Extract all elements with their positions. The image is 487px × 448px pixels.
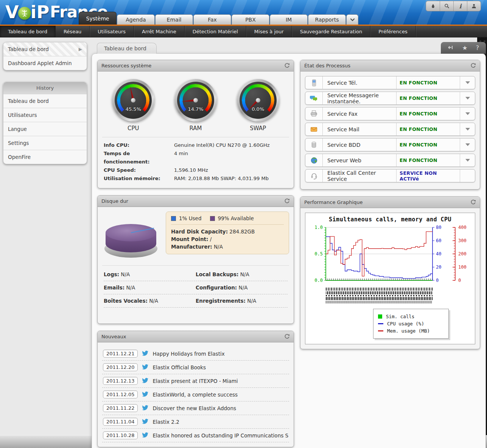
news-link[interactable]: Elastix 2.2 xyxy=(152,419,179,425)
tab-agenda[interactable]: Agenda xyxy=(117,14,155,25)
tab-rapports[interactable]: Rapports xyxy=(308,14,346,25)
news-link[interactable]: ElastixWorld, a complete success xyxy=(152,392,238,398)
svg-text:1.0: 1.0 xyxy=(314,225,323,230)
refresh-icon[interactable] xyxy=(284,198,290,204)
sidebar-item-dashboard-applet-admin[interactable]: Dashboard Applet Admin xyxy=(3,56,87,70)
news-link[interactable]: Elastix present at ITEXPO - Miami xyxy=(152,378,238,384)
svg-text:20: 20 xyxy=(436,264,441,270)
search-icon[interactable] xyxy=(440,1,453,11)
gauge-label: CPU xyxy=(112,125,154,132)
news-link[interactable]: Discover the new Elastix Addons xyxy=(152,405,236,411)
content-tab-tableau-de-bord[interactable]: Tableau de bord xyxy=(97,43,157,54)
service-dropdown-arrow[interactable] xyxy=(460,107,475,120)
svg-text:300: 300 xyxy=(458,238,467,243)
mail-icon xyxy=(305,123,323,135)
user-icon[interactable] xyxy=(467,1,481,11)
news-list: 2011.12.21Happy Holidays from Elastix201… xyxy=(98,342,294,447)
cpu-usage-swatch xyxy=(378,323,383,324)
info-row: Temps de fonctionnement:4 min xyxy=(104,149,288,166)
twitter-bird-icon[interactable] xyxy=(142,405,149,411)
info-icon[interactable]: i xyxy=(453,1,467,11)
news-link[interactable]: Happy Holidays from Elastix xyxy=(152,351,224,357)
fax-icon xyxy=(305,107,323,120)
help-icon[interactable]: ? xyxy=(476,45,479,51)
news-item: 2011.12.20Elastix Official Books xyxy=(102,361,289,374)
tab-email[interactable]: Email xyxy=(155,14,193,25)
news-link[interactable]: Elastix Official Books xyxy=(152,364,206,370)
subnav-utilisateurs[interactable]: Utilisateurs xyxy=(90,26,134,37)
subnav-tableau-de-bord[interactable]: Tableau de bord xyxy=(0,26,56,37)
refresh-icon[interactable] xyxy=(470,199,476,205)
process-row: Service FaxEN FONCTION xyxy=(305,107,475,120)
service-status: EN FONCTION xyxy=(396,76,460,89)
info-row: Utilisation mémoire:RAM: 2,018.88 Mb SWA… xyxy=(104,174,288,183)
star-icon[interactable]: ★ xyxy=(462,45,467,51)
subnav-preferences[interactable]: Préférences xyxy=(370,26,415,37)
tab-im[interactable]: IM xyxy=(270,14,308,25)
history-item-langue[interactable]: Langue xyxy=(3,122,87,136)
dashboard: Ressources système xyxy=(92,53,486,448)
service-dropdown-arrow[interactable] xyxy=(460,154,475,166)
service-name: Elastix Call Center Service xyxy=(323,170,396,182)
news-item: 2011.11.22Discover the new Elastix Addon… xyxy=(102,401,289,415)
tab-pbx[interactable]: PBX xyxy=(232,14,269,25)
service-status: SERVICE NON ACTIVé xyxy=(396,170,460,182)
collapse-icon[interactable] xyxy=(448,45,454,51)
news-date: 2011.11.04 xyxy=(103,418,138,426)
subnav-arret-machine[interactable]: Arrêt Machine xyxy=(134,26,185,37)
refresh-icon[interactable] xyxy=(470,63,476,68)
history-item-utilisateurs[interactable]: Utilisateurs xyxy=(3,108,87,122)
droplet-icon[interactable] xyxy=(426,1,440,11)
gauge-label: RAM xyxy=(174,125,217,132)
mem-usage-swatch xyxy=(378,330,383,331)
process-row: Service Tél.EN FONCTION xyxy=(305,76,475,89)
quick-icon-bar: i xyxy=(426,1,481,11)
panel-title: Performance Graphique xyxy=(304,199,363,205)
news-link[interactable]: Elastix honored as Outstanding IP Commun… xyxy=(152,432,288,439)
news-date: 2011.12.21 xyxy=(103,350,138,358)
twitter-bird-icon[interactable] xyxy=(142,378,149,384)
history-item-settings[interactable]: Settings xyxy=(3,136,87,150)
history-item-openfire[interactable]: OpenFire xyxy=(3,150,87,164)
refresh-icon[interactable] xyxy=(284,63,290,68)
subnav-reseau[interactable]: Réseau xyxy=(56,26,90,37)
disk-stats: Logs: N/A Local Backups: N/A Emails: N/A… xyxy=(102,266,289,319)
subnav-detection-materiel[interactable]: Détection Matériel xyxy=(185,26,246,37)
twitter-bird-icon[interactable] xyxy=(142,391,149,398)
process-row: Service BDDEN FONCTION xyxy=(305,138,475,151)
tab-systeme[interactable]: Système xyxy=(79,12,117,25)
history-header: History xyxy=(3,82,87,94)
service-name: Service Messagerie instantanée. xyxy=(323,92,396,104)
service-status: EN FONCTION xyxy=(396,107,460,120)
twitter-bird-icon[interactable] xyxy=(142,432,149,439)
service-name: Service Fax xyxy=(323,107,396,120)
refresh-icon[interactable] xyxy=(284,334,290,339)
panel-resources: Ressources système xyxy=(97,60,294,188)
panel-performance: Performance Graphique Simultaneous calls… xyxy=(300,196,480,349)
chart-title: Simultaneous calls, memory and CPU xyxy=(307,216,473,223)
logo-tree-icon xyxy=(18,7,31,20)
service-name: Serveur Web xyxy=(323,154,396,166)
service-status: EN FONCTION xyxy=(396,154,460,166)
gauge-row: 45.5% CPU 14.7% xyxy=(102,76,289,137)
twitter-bird-icon[interactable] xyxy=(142,350,149,357)
service-dropdown-arrow[interactable] xyxy=(460,138,475,151)
subnav-mises-a-jour[interactable]: Mises à jour xyxy=(246,26,292,37)
history-item-tableau-de-bord[interactable]: Tableau de bord xyxy=(3,94,87,108)
service-dropdown-arrow[interactable] xyxy=(460,92,475,104)
news-item: 2011.11.04Elastix 2.2 xyxy=(102,415,289,429)
disk-details: Hard Disk Capacity: 284.82GB Mount Point… xyxy=(171,228,284,250)
twitter-bird-icon[interactable] xyxy=(142,364,149,370)
sidebar-item-tableau-de-bord[interactable]: Tableau de bord ▶ xyxy=(3,42,87,56)
service-dropdown-arrow[interactable] xyxy=(460,76,475,89)
news-date: 2011.12.20 xyxy=(103,363,138,371)
chevron-down-icon[interactable] xyxy=(346,14,358,25)
service-dropdown-arrow[interactable] xyxy=(460,123,475,135)
subnav-sauvegarde-restauration[interactable]: Sauvegarde Restauration xyxy=(292,26,371,37)
panel-title: Ressources système xyxy=(101,63,151,68)
sim-calls-swatch xyxy=(378,314,382,319)
tab-fax[interactable]: Fax xyxy=(193,14,231,25)
news-date: 2011.10.28 xyxy=(103,431,138,439)
twitter-bird-icon[interactable] xyxy=(142,418,149,425)
process-row: Service MailEN FONCTION xyxy=(305,123,475,136)
